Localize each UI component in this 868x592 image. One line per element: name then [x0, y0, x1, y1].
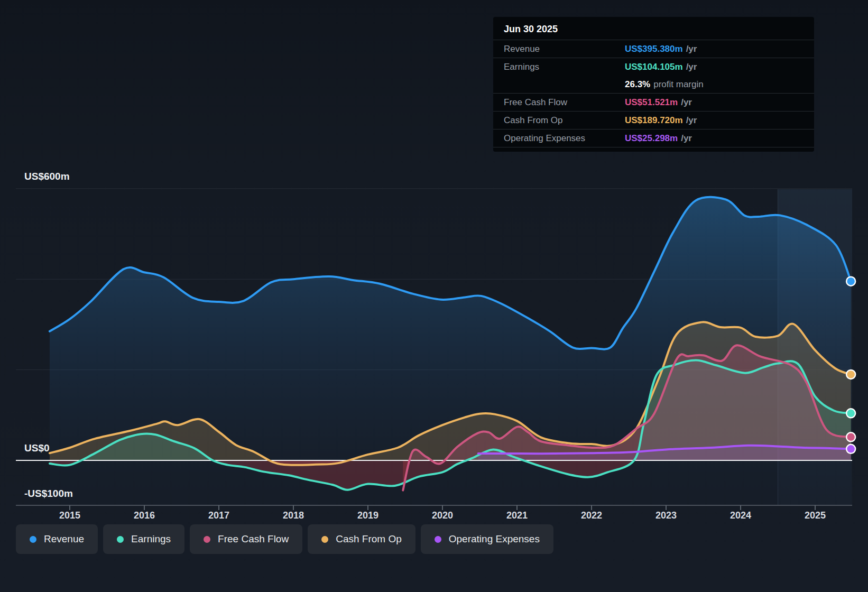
chart-legend: RevenueEarningsFree Cash FlowCash From O… — [16, 524, 553, 554]
legend-item-cfo[interactable]: Cash From Op — [308, 524, 415, 554]
x-axis-label-2015: 2015 — [46, 508, 94, 522]
tooltip-suffix-earnings: /yr — [686, 62, 697, 72]
tooltip-row-profit-margin: 26.3%profit margin — [493, 76, 814, 93]
tooltip-label-revenue: Revenue — [504, 44, 625, 54]
tooltip-suffix-revenue: /yr — [686, 44, 697, 54]
tooltip-label-cfo: Cash From Op — [504, 115, 625, 126]
tooltip-profit-margin-label: profit margin — [653, 79, 703, 90]
earnings-revenue-history-chart: US$600mUS$0-US$100m 20152016201720182019… — [0, 0, 868, 592]
legend-label-earnings: Earnings — [131, 533, 171, 545]
legend-item-opex[interactable]: Operating Expenses — [421, 524, 553, 554]
legend-label-opex: Operating Expenses — [449, 533, 540, 545]
tooltip-row-opex: Operating ExpensesUS$25.298m/yr — [493, 129, 814, 147]
tooltip-value-fcf: US$51.521m — [625, 97, 678, 108]
x-axis-label-2022: 2022 — [568, 508, 615, 522]
x-axis-label-2017: 2017 — [195, 508, 243, 522]
fcf-legend-dot-icon — [204, 536, 210, 543]
tooltip-value-revenue: US$395.380m — [625, 44, 683, 54]
legend-label-fcf: Free Cash Flow — [218, 533, 289, 545]
tooltip-value-earnings: US$104.105m — [625, 62, 683, 72]
y-axis-label-0: US$0 — [24, 442, 50, 454]
tooltip-row-earnings: EarningsUS$104.105m/yr — [493, 58, 814, 76]
earnings-legend-dot-icon — [117, 536, 124, 543]
legend-item-fcf[interactable]: Free Cash Flow — [190, 524, 302, 554]
tooltip-bottom-divider — [493, 147, 814, 152]
tooltip-suffix-opex: /yr — [681, 133, 692, 144]
chart-tooltip: Jun 30 2025 RevenueUS$395.380m/yrEarning… — [493, 17, 814, 152]
fcf-endpoint-marker[interactable] — [846, 432, 855, 441]
tooltip-profit-margin-value: 26.3% — [625, 79, 650, 90]
legend-label-revenue: Revenue — [44, 533, 84, 545]
tooltip-label-fcf: Free Cash Flow — [504, 97, 625, 108]
x-axis-label-2019: 2019 — [344, 508, 392, 522]
x-axis-label-2016: 2016 — [121, 508, 168, 522]
x-axis-label-2018: 2018 — [270, 508, 317, 522]
revenue-legend-dot-icon — [30, 536, 36, 543]
x-axis-label-2023: 2023 — [642, 508, 690, 522]
cfo-endpoint-marker[interactable] — [846, 370, 855, 379]
tooltip-suffix-cfo: /yr — [686, 115, 697, 126]
opex-legend-dot-icon — [435, 536, 441, 543]
tooltip-date: Jun 30 2025 — [493, 17, 814, 40]
tooltip-row-cfo: Cash From OpUS$189.720m/yr — [493, 111, 814, 129]
x-axis-label-2021: 2021 — [493, 508, 541, 522]
legend-item-earnings[interactable]: Earnings — [103, 524, 184, 554]
tooltip-label-earnings: Earnings — [504, 62, 625, 72]
tooltip-row-revenue: RevenueUS$395.380m/yr — [493, 40, 814, 58]
tooltip-value-opex: US$25.298m — [625, 133, 678, 144]
tooltip-suffix-fcf: /yr — [681, 97, 692, 108]
y-axis-label-600: US$600m — [24, 171, 70, 182]
legend-label-cfo: Cash From Op — [336, 533, 402, 545]
tooltip-label-opex: Operating Expenses — [504, 133, 625, 144]
earnings-endpoint-marker[interactable] — [846, 409, 855, 418]
revenue-endpoint-marker[interactable] — [846, 277, 855, 286]
x-axis-label-2025: 2025 — [791, 508, 839, 522]
tooltip-row-fcf: Free Cash FlowUS$51.521m/yr — [493, 93, 814, 111]
legend-item-revenue[interactable]: Revenue — [16, 524, 98, 554]
y-axis-label--100: -US$100m — [24, 488, 73, 500]
opex-endpoint-marker[interactable] — [846, 445, 855, 454]
tooltip-value-cfo: US$189.720m — [625, 115, 683, 126]
x-axis-label-2020: 2020 — [419, 508, 466, 522]
x-axis-label-2024: 2024 — [717, 508, 764, 522]
cfo-legend-dot-icon — [321, 536, 328, 543]
